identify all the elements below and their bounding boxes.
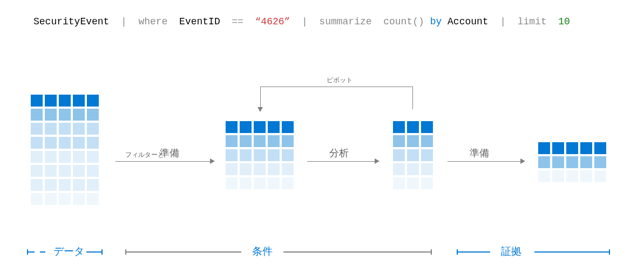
query-token: | [290, 16, 319, 27]
grid-cell [73, 179, 85, 191]
pivot-line [260, 87, 261, 108]
query-token: EventID [179, 16, 220, 27]
grid-cell [421, 135, 433, 147]
grid-cell [268, 135, 280, 147]
query-token: | [109, 16, 138, 27]
grid-cell [254, 149, 266, 161]
grid-cell [226, 121, 238, 133]
grid-cell [538, 170, 550, 182]
grid-cell [31, 109, 43, 121]
grid-cell [538, 156, 550, 168]
grid-cell [45, 193, 57, 205]
arrow-analyze [307, 161, 375, 162]
query-token: “4626” [255, 16, 290, 27]
arrow-filter-prepare [116, 161, 210, 162]
grid-cell [552, 156, 564, 168]
arrow-label-filter-prefix: フィルターと [125, 150, 164, 160]
grid-cell [594, 170, 606, 182]
query-token: limit [518, 16, 547, 27]
grid-cell [31, 165, 43, 177]
grid-cell [73, 193, 85, 205]
grid-cell [31, 151, 43, 163]
grid-cell [282, 163, 294, 175]
arrow-head-icon [257, 107, 263, 112]
query-token: summarize [319, 16, 371, 27]
grid-cell [87, 137, 99, 149]
query-token: 10 [558, 16, 570, 27]
pivot-line [260, 87, 413, 87]
arrow-head-icon [375, 158, 379, 164]
grid-cell [226, 163, 238, 175]
grid-cell [59, 95, 71, 107]
section-label-data: データ [53, 244, 84, 258]
grid-cell [594, 156, 606, 168]
grid-cell [87, 179, 99, 191]
grid-cell [73, 109, 85, 121]
grid-cell [73, 137, 85, 149]
grid-cell [45, 95, 57, 107]
grid-cell [282, 177, 294, 189]
grid-cell [594, 142, 606, 154]
grid-cell [393, 149, 405, 161]
grid-cell [73, 95, 85, 107]
query-token [243, 16, 255, 27]
section-bracket-evidence-right [534, 251, 610, 253]
grid-cell [580, 142, 592, 154]
query-token: Account [448, 16, 489, 27]
arrow-head-icon [520, 158, 525, 164]
grid-cell [226, 149, 238, 161]
grid-cell [421, 163, 433, 175]
query-token: where [138, 16, 167, 27]
grid-cell [538, 142, 550, 154]
grid-cell [407, 149, 419, 161]
grid-cell [393, 135, 405, 147]
grid-cell [87, 165, 99, 177]
grid-cell [31, 179, 43, 191]
data-grid-full [31, 95, 99, 205]
grid-cell [566, 142, 578, 154]
section-bracket-data-left [27, 251, 35, 253]
data-grid-evidence [538, 142, 606, 182]
grid-cell [393, 177, 405, 189]
query-token [547, 16, 559, 27]
grid-cell [421, 121, 433, 133]
query-token: | [489, 16, 518, 27]
grid-cell [254, 135, 266, 147]
grid-cell [393, 163, 405, 175]
grid-cell [59, 151, 71, 163]
grid-cell [31, 137, 43, 149]
grid-cell [421, 177, 433, 189]
query-token [220, 16, 232, 27]
query-token: count() [383, 16, 424, 27]
grid-cell [87, 123, 99, 135]
pivot-line [412, 87, 413, 109]
grid-cell [87, 95, 99, 107]
grid-cell [31, 95, 43, 107]
query-token [424, 16, 430, 27]
grid-cell [282, 135, 294, 147]
arrow-label-prepare: 準備 [470, 147, 489, 160]
arrow-label-analyze: 分析 [329, 147, 349, 160]
section-label-criteria: 条件 [252, 244, 273, 258]
grid-cell [59, 123, 71, 135]
grid-cell [393, 121, 405, 133]
grid-cell [268, 121, 280, 133]
grid-cell [240, 121, 252, 133]
section-label-evidence: 証拠 [501, 244, 521, 258]
kql-query-line: SecurityEvent | where EventID == “4626” … [33, 16, 570, 27]
grid-cell [45, 179, 57, 191]
grid-cell [552, 170, 564, 182]
grid-cell [226, 135, 238, 147]
arrow-label-filter-prepare: 準備 [160, 147, 179, 160]
grid-cell [282, 149, 294, 161]
grid-cell [59, 165, 71, 177]
grid-cell [31, 193, 43, 205]
grid-cell [282, 121, 294, 133]
grid-cell [240, 149, 252, 161]
arrow-head-icon [210, 158, 215, 164]
query-token [167, 16, 179, 27]
grid-cell [45, 123, 57, 135]
grid-cell [59, 137, 71, 149]
grid-cell [226, 177, 238, 189]
grid-cell [268, 149, 280, 161]
